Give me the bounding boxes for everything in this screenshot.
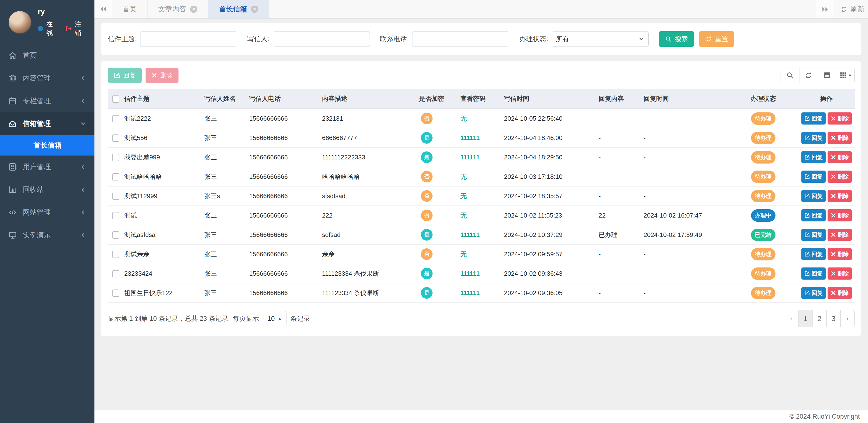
- row-checkbox[interactable]: [112, 212, 119, 219]
- refresh-tab-button[interactable]: 刷新: [834, 0, 868, 19]
- status-badge: 待办理: [751, 190, 775, 202]
- edit-icon: [804, 193, 810, 199]
- row-delete-button[interactable]: 删除: [828, 113, 852, 124]
- row-reply-button[interactable]: 回复: [801, 209, 826, 221]
- cell-description: 222: [319, 206, 416, 225]
- sidebar-item-demo[interactable]: 实例演示: [0, 224, 94, 247]
- cell-reply-time: 2024-10-02 17:59:49: [641, 225, 728, 244]
- cell-description: 哈哈哈哈哈哈: [319, 167, 416, 186]
- table-row: 测试asfdsa 张三 15666666666 sdfsad 是 111111 …: [108, 225, 855, 244]
- row-checkbox[interactable]: [112, 270, 119, 277]
- tabs-scroll-left-button[interactable]: [94, 0, 112, 19]
- avatar[interactable]: [8, 11, 31, 34]
- tab-home[interactable]: 首页: [112, 0, 148, 19]
- cell-password: 111111: [460, 154, 480, 161]
- row-delete-button[interactable]: 删除: [828, 229, 852, 241]
- row-checkbox[interactable]: [112, 134, 119, 142]
- table-toolbar: 回复 删除: [108, 68, 855, 83]
- select-all-checkbox[interactable]: [112, 95, 119, 103]
- cell-reply-content: -: [596, 283, 641, 303]
- tabs-scroll-right-button[interactable]: [816, 0, 834, 19]
- row-reply-button[interactable]: 回复: [801, 132, 826, 144]
- row-reply-button[interactable]: 回复: [801, 248, 826, 260]
- col-subject: 信件主题: [121, 89, 202, 109]
- refresh-table-button[interactable]: [799, 68, 817, 83]
- row-reply-button[interactable]: 回复: [801, 171, 826, 183]
- row-checkbox[interactable]: [112, 173, 119, 180]
- mail-table: 信件主题 写信人姓名 写信人电话 内容描述 是否加密 查看密码 写信时间 回复内…: [108, 89, 855, 303]
- row-checkbox[interactable]: [112, 115, 119, 122]
- row-checkbox[interactable]: [112, 251, 119, 258]
- next-page-button[interactable]: ›: [840, 310, 855, 327]
- status-select[interactable]: 所有: [552, 31, 649, 47]
- sidebar-item-recycle-bin[interactable]: 回收站: [0, 178, 94, 201]
- sidebar-item-leader-mailbox[interactable]: 首长信箱: [0, 135, 94, 155]
- edit-icon: [804, 251, 810, 257]
- edit-icon: [804, 174, 810, 180]
- row-delete-button[interactable]: 删除: [828, 151, 852, 163]
- logout-button[interactable]: 注销: [65, 20, 87, 37]
- pagination-bar: 显示第 1 到第 10 条记录，总共 23 条记录 每页显示 10 ▲ 条记录 …: [108, 310, 855, 327]
- delete-button[interactable]: 删除: [146, 68, 179, 83]
- row-delete-button[interactable]: 删除: [828, 248, 852, 260]
- sidebar-item-home[interactable]: 首页: [0, 44, 94, 67]
- encrypted-badge: 否: [421, 210, 433, 221]
- table-view-controls: ▾: [781, 68, 855, 83]
- row-checkbox[interactable]: [112, 192, 119, 200]
- status-badge: 待办理: [751, 268, 775, 280]
- page-size-select[interactable]: 10 ▲: [263, 311, 286, 326]
- card-view-button[interactable]: [817, 68, 836, 83]
- edit-icon: [804, 135, 810, 141]
- row-reply-button[interactable]: 回复: [801, 268, 826, 279]
- page-button-2[interactable]: 2: [812, 310, 826, 327]
- refresh-icon: [840, 6, 848, 13]
- sidebar-item-content-mgmt[interactable]: 内容管理: [0, 67, 94, 90]
- row-reply-button[interactable]: 回复: [801, 113, 826, 124]
- writer-input[interactable]: [273, 31, 370, 47]
- prev-page-button[interactable]: ‹: [784, 310, 798, 327]
- cell-write-time: 2024-10-02 09:36:05: [501, 283, 596, 303]
- reset-button[interactable]: 重置: [699, 31, 734, 47]
- row-delete-button[interactable]: 删除: [828, 171, 852, 183]
- cell-write-time: 2024-10-02 10:37:29: [501, 225, 596, 244]
- phone-input[interactable]: [412, 31, 509, 47]
- row-reply-button[interactable]: 回复: [801, 287, 826, 299]
- double-right-icon: [821, 5, 829, 13]
- row-checkbox[interactable]: [112, 154, 119, 161]
- row-checkbox[interactable]: [112, 231, 119, 239]
- show-search-button[interactable]: [781, 68, 799, 83]
- row-delete-button[interactable]: 删除: [828, 209, 852, 221]
- close-icon[interactable]: ×: [190, 6, 197, 13]
- sidebar-item-mailbox-mgmt[interactable]: 信箱管理: [0, 113, 94, 135]
- reply-button[interactable]: 回复: [108, 68, 142, 83]
- sidebar-item-user-mgmt[interactable]: 用户管理: [0, 155, 94, 178]
- row-delete-button[interactable]: 删除: [828, 268, 852, 279]
- subject-input[interactable]: [140, 31, 237, 47]
- row-reply-button[interactable]: 回复: [801, 151, 826, 163]
- cell-subject: 测试556: [121, 128, 202, 148]
- status-badge: 待办理: [751, 287, 775, 299]
- row-delete-button[interactable]: 删除: [828, 190, 852, 202]
- cell-write-time: 2024-10-02 18:35:57: [501, 186, 596, 206]
- row-reply-button[interactable]: 回复: [801, 190, 826, 202]
- search-button[interactable]: 搜索: [659, 31, 694, 47]
- close-icon[interactable]: ×: [251, 6, 258, 13]
- cell-writer-phone: 15666666666: [246, 264, 319, 283]
- row-delete-button[interactable]: 删除: [828, 287, 852, 299]
- col-writer-name: 写信人姓名: [202, 89, 246, 109]
- row-reply-button[interactable]: 回复: [801, 229, 826, 241]
- row-delete-button[interactable]: 删除: [828, 132, 852, 144]
- tab-leader-mailbox[interactable]: 首长信箱 ×: [208, 0, 269, 19]
- sidebar-item-site-mgmt[interactable]: 网站管理: [0, 201, 94, 224]
- sidebar-item-column-mgmt[interactable]: 专栏管理: [0, 90, 94, 113]
- status-badge: 办理中: [751, 209, 775, 222]
- columns-button[interactable]: ▾: [836, 68, 855, 83]
- page-button-1[interactable]: 1: [798, 310, 812, 327]
- cell-reply-time: -: [641, 283, 728, 303]
- tab-article-content[interactable]: 文章内容 ×: [148, 0, 208, 19]
- main-area: 首页 文章内容 × 首长信箱 × 刷新 信件主题:: [94, 0, 868, 423]
- status-badge: 待办理: [751, 151, 775, 163]
- row-checkbox[interactable]: [112, 290, 119, 297]
- chevron-left-icon: [80, 186, 86, 193]
- page-button-3[interactable]: 3: [826, 310, 840, 327]
